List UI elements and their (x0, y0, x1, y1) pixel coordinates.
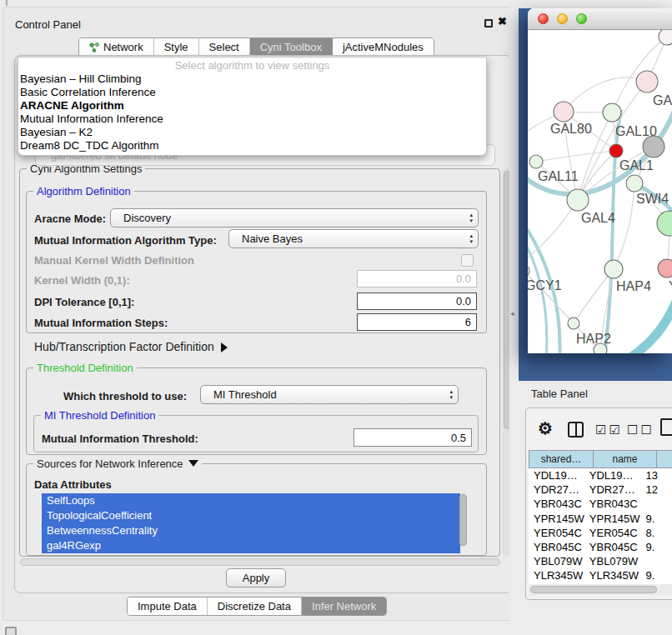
table-row-ybl079w[interactable]: YBL079WYBL079W (529, 554, 672, 568)
node-gal[interactable] (636, 71, 658, 92)
algorithm-option-aracne-algorithm[interactable]: ARACNE Algorithm (18, 99, 486, 112)
hub-definition-toggle[interactable]: Hub/Transcription Factor Definition (34, 340, 228, 353)
docked-panel-icon[interactable] (5, 627, 17, 635)
table-cell[interactable]: YBR043C (586, 497, 643, 511)
close-light[interactable] (538, 13, 549, 24)
network-edge[interactable] (614, 183, 634, 269)
attribute-item-betweennesscentrality[interactable]: BetweennessCentrality (42, 523, 460, 538)
node-gal11[interactable] (529, 155, 543, 168)
table-row-ypr145w[interactable]: YPR145WYPR145W9. (529, 512, 672, 526)
table-cell[interactable]: 8. (642, 526, 672, 540)
node-swi4[interactable] (626, 175, 643, 192)
aracne-mode-combo[interactable]: Discovery ▴▾ (110, 208, 479, 228)
dpi-tolerance-field[interactable]: 0.0 (357, 292, 477, 310)
algorithm-option-mutual-information-inference[interactable]: Mutual Information Inference (18, 112, 486, 126)
table-row-ydr27[interactable]: YDR27…YDR27…12 (529, 482, 672, 497)
minimize-light[interactable] (557, 13, 568, 24)
node-hap2[interactable] (568, 318, 579, 329)
gear-icon[interactable]: ⚙ (538, 418, 553, 438)
table-cell[interactable]: YER054C (586, 526, 643, 540)
table-cell[interactable]: YBR045C (529, 540, 586, 554)
node-hap4[interactable] (604, 260, 623, 278)
settings-hscrollbar[interactable] (20, 558, 500, 566)
table-row-ydl19[interactable]: YDL19…YDL19…13 (529, 468, 672, 482)
node-gal1[interactable] (609, 144, 623, 158)
node-unlabeled[interactable] (657, 211, 672, 236)
network-graph[interactable]: GALGAL80GAL10GAL1GAL11SWI4GAL4GCY1HAP4YH… (528, 30, 672, 353)
mi-algorithm-type-combo[interactable]: Naive Bayes ▴▾ (228, 229, 479, 248)
table-row-ybr045c[interactable]: YBR045CYBR045C9. (529, 540, 672, 554)
bottom-tab-discretize-data[interactable]: Discretize Data (208, 598, 302, 615)
table-cell[interactable]: YER054C (529, 526, 586, 540)
node-gal10[interactable] (603, 103, 621, 122)
table-cell[interactable]: 9. (642, 568, 672, 582)
kernel-width-field[interactable]: 0.0 (357, 270, 477, 288)
bottom-tab-infer-network[interactable]: Infer Network (302, 598, 386, 615)
network-edge[interactable] (528, 200, 578, 263)
algorithm-option-basic-correlation-inference[interactable]: Basic Correlation Inference (18, 86, 486, 99)
table-cell[interactable]: YPR145W (586, 512, 643, 526)
table-cell[interactable]: YBR043C (529, 497, 586, 511)
table-cell[interactable]: YBL079W (586, 554, 643, 568)
tab-select[interactable]: Select (199, 38, 250, 56)
attribute-item-topologicalcoefficient[interactable]: TopologicalCoefficient (42, 508, 460, 523)
mi-threshold-field[interactable]: 0.5 (354, 428, 472, 447)
table-cell[interactable]: YLR345W (586, 568, 643, 582)
table-cell[interactable] (642, 497, 672, 511)
column-header-name[interactable]: name (593, 450, 656, 468)
bottom-tab-impute-data[interactable]: Impute Data (128, 598, 208, 615)
algorithm-option-bayesian-hill-climbing[interactable]: Bayesian – Hill Climbing (18, 72, 486, 86)
table-row-ylr345w[interactable]: YLR345WYLR345W9. (529, 568, 672, 582)
table-cell[interactable]: 9. (642, 540, 672, 554)
split-columns-icon[interactable] (568, 422, 584, 438)
node-unlabeled[interactable] (659, 30, 672, 45)
checked-boxes-icon[interactable]: ☑☑ (595, 422, 623, 438)
tab-style[interactable]: Style (154, 38, 199, 56)
zoom-light[interactable] (576, 13, 587, 24)
apply-button[interactable]: Apply (226, 568, 286, 588)
divider-collapse-icon[interactable]: ◂ (510, 309, 514, 318)
node-unlabeled[interactable] (594, 343, 607, 353)
table-cell[interactable]: 13 (642, 468, 672, 482)
tab-cyni-toolbox[interactable]: Cyni Toolbox (250, 38, 333, 56)
table-row-yer054c[interactable]: YER054CYER054C8. (529, 526, 672, 540)
node-unlabeled[interactable] (643, 136, 664, 158)
table-cell[interactable]: YBL079W (529, 554, 586, 568)
table-cell[interactable] (642, 554, 672, 568)
table-cell[interactable]: YPR145W (529, 512, 586, 526)
table-row-ybr043c[interactable]: YBR043CYBR043C (529, 497, 672, 511)
page-icon[interactable] (660, 418, 672, 436)
attribute-item-selfloops[interactable]: SelfLoops (42, 493, 460, 508)
float-icon[interactable] (484, 19, 493, 28)
mi-steps-field[interactable]: 6 (357, 313, 477, 331)
node-y[interactable] (658, 259, 672, 278)
which-threshold-combo[interactable]: MI Threshold ▴▾ (200, 385, 459, 404)
node-gal4[interactable] (567, 189, 589, 211)
network-edge[interactable] (536, 151, 616, 162)
attribute-item-gal4rgexp[interactable]: gal4RGexp (42, 538, 460, 553)
table-cell[interactable]: YLR345W (529, 568, 586, 582)
table-cell[interactable]: 12 (642, 482, 672, 497)
algorithm-option-bayesian-k2[interactable]: Bayesian – K2 (18, 126, 486, 139)
manual-kernel-checkbox[interactable] (461, 254, 474, 267)
network-edge[interactable] (614, 293, 672, 353)
unchecked-boxes-icon[interactable]: ☐☐ (627, 422, 654, 438)
sources-toggle[interactable]: Sources for Network Inference (33, 458, 202, 470)
tab-network[interactable]: Network (79, 38, 154, 56)
column-header-2[interactable] (656, 450, 672, 468)
tab-jactivemnodules[interactable]: jActiveMNodules (333, 38, 434, 56)
table-cell[interactable]: YDR27… (586, 482, 643, 497)
table-cell[interactable]: YDL19… (529, 468, 586, 482)
close-icon[interactable]: ✖ (498, 15, 507, 28)
table-cell[interactable]: YBR045C (586, 540, 643, 554)
attributes-scrollbar-thumb[interactable] (459, 494, 467, 546)
table-hscrollbar-thumb[interactable] (530, 586, 657, 593)
table-cell[interactable]: YDR27… (529, 482, 586, 497)
node-gal80[interactable] (554, 102, 574, 122)
network-window-titlebar[interactable] (528, 8, 672, 30)
algorithm-option-dream8-dc-tdc-algorithm[interactable]: Dream8 DC_TDC Algorithm (18, 139, 486, 152)
table-cell[interactable]: 9. (642, 512, 672, 526)
panel-divider[interactable] (509, 0, 519, 635)
table-cell[interactable]: YDL19… (586, 468, 643, 482)
network-edge[interactable] (528, 233, 547, 353)
